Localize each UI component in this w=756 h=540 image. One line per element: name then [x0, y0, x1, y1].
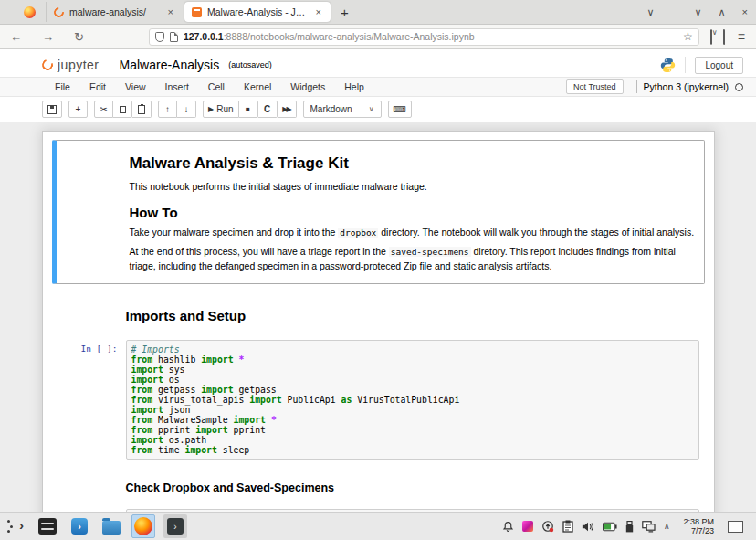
code-token-kw: import	[201, 355, 233, 365]
python-logo-icon	[660, 58, 676, 73]
code-token-txt: json	[163, 405, 191, 415]
notebook-h2-imports: Imports and Setup	[126, 308, 699, 323]
file-manager-launcher[interactable]	[100, 514, 123, 538]
restart-run-all-button[interactable]: ▶▶	[278, 101, 297, 118]
menu-view[interactable]: View	[125, 81, 158, 92]
folder-icon	[102, 521, 121, 535]
run-button[interactable]: ▶Run	[203, 101, 239, 118]
add-cell-button[interactable]: +	[68, 101, 88, 118]
boxes-cube-icon[interactable]	[522, 521, 533, 532]
menu-file[interactable]: File	[55, 81, 82, 92]
display-settings-icon[interactable]	[642, 521, 656, 533]
workspace-switcher[interactable]	[728, 521, 743, 533]
url-text[interactable]: 127.0.0.1:8888/notebooks/malware-analysi…	[184, 31, 677, 42]
tray-expand-icon[interactable]: ∧	[664, 522, 670, 531]
notebook-paragraph: At the end of this process, you will hav…	[130, 245, 699, 272]
tab-malware-analysis-dir[interactable]: malware-analysis/ ×	[46, 2, 183, 22]
menu-kernel[interactable]: Kernel	[244, 81, 283, 92]
paste-cell-button[interactable]	[132, 101, 152, 118]
code-token-kw: import	[131, 365, 163, 375]
notebook-paragraph: This notebook performs the initial stage…	[130, 180, 699, 194]
code-cell-imports[interactable]: In [ ]: # Importsfrom hashlib import *im…	[52, 334, 705, 465]
code-token-kw: import	[131, 375, 163, 385]
notebook-title[interactable]: Malware-Analysis	[120, 58, 220, 72]
url-bar[interactable]: 127.0.0.1:8888/notebooks/malware-analysi…	[149, 28, 699, 46]
software-store-launcher[interactable]: ›	[68, 514, 91, 538]
settings-launcher[interactable]	[36, 514, 59, 538]
move-cell-up-button[interactable]: ↑	[158, 101, 177, 118]
cut-cell-button[interactable]: ✂	[94, 101, 113, 118]
tab-title: Malware-Analysis - Jupyter	[207, 6, 309, 17]
new-tab-button[interactable]: +	[331, 5, 358, 20]
bookmark-star-icon[interactable]: ☆	[683, 30, 693, 43]
url-host: 127.0.0.1	[184, 31, 224, 42]
not-trusted-badge[interactable]: Not Trusted	[566, 79, 624, 94]
system-tray: ∧ 2:38 PM 7/7/23	[502, 517, 756, 535]
menu-widgets[interactable]: Widgets	[290, 81, 337, 92]
window-maximize-icon[interactable]: ∧	[710, 6, 734, 18]
menu-help[interactable]: Help	[344, 81, 376, 92]
clipboard-icon[interactable]	[562, 520, 573, 533]
restart-kernel-button[interactable]: C	[258, 101, 278, 118]
menu-edit[interactable]: Edit	[89, 81, 118, 92]
cell-type-dropdown[interactable]: Markdown ∨	[303, 101, 382, 118]
window-close-icon[interactable]: ×	[734, 6, 756, 17]
reload-icon[interactable]: ↻	[64, 30, 94, 44]
window-minimize-icon[interactable]: ∨	[686, 6, 709, 18]
code-cell-check-dirs[interactable]: In [ ]: MalwareSample.check_dir("dropbox…	[52, 503, 705, 512]
jupyter-logo[interactable]: jupyter	[42, 58, 100, 72]
menu-insert[interactable]: Insert	[165, 81, 201, 92]
code-input-area[interactable]: # Importsfrom hashlib import *import sys…	[126, 340, 699, 460]
notebook-scroll-area[interactable]: Malware Analysis & Triage Kit This noteb…	[0, 122, 756, 512]
code-token-kw: from	[131, 415, 153, 425]
volume-icon[interactable]	[582, 521, 594, 533]
notebook-paragraph: Take your malware specimen and drop it i…	[130, 226, 699, 239]
code-line: from pprint import pprint	[131, 425, 694, 435]
account-icon[interactable]	[719, 30, 729, 44]
applications-menu-button[interactable]: ›	[4, 514, 27, 538]
logout-button[interactable]: Logout	[695, 57, 743, 74]
paragraph-text: Take your malware specimen and drop it i…	[130, 227, 339, 238]
jupyter-page: jupyter Malware-Analysis (autosaved) Log…	[0, 49, 756, 512]
tab-close-icon[interactable]: ×	[166, 6, 175, 17]
tab-title: malware-analysis/	[69, 6, 161, 17]
notebook-h2-howto: How To	[130, 205, 699, 220]
code-token-op: *	[271, 415, 277, 425]
taskbar-clock[interactable]: 2:38 PM 7/7/23	[677, 517, 719, 535]
removable-drive-icon[interactable]	[625, 521, 634, 533]
tab-close-icon[interactable]: ×	[314, 6, 323, 17]
copy-cell-button[interactable]	[113, 101, 132, 118]
notebook-h3-check: Check Dropbox and Saved-Specimens	[126, 482, 699, 494]
notification-bell-icon[interactable]	[502, 521, 514, 533]
code-token-txt: PublicApi	[282, 395, 341, 405]
site-info-page-icon[interactable]	[170, 32, 178, 42]
menu-cell[interactable]: Cell	[208, 81, 236, 92]
pocket-icon[interactable]	[707, 30, 716, 44]
save-button[interactable]	[42, 101, 62, 118]
interrupt-kernel-button[interactable]: ■	[239, 101, 258, 118]
notebook-container: Malware Analysis & Triage Kit This noteb…	[42, 131, 715, 512]
markdown-cell-imports-heading[interactable]: Imports and Setup	[52, 291, 705, 334]
move-cell-down-button[interactable]: ↓	[177, 101, 196, 118]
software-bag-icon: ›	[71, 518, 88, 535]
app-menu-icon[interactable]: ≡	[732, 29, 751, 44]
command-palette-button[interactable]: ⌨	[388, 101, 412, 118]
jupyter-logo-text: jupyter	[58, 58, 100, 72]
terminal-taskbar-button[interactable]: ›	[163, 514, 187, 538]
tracking-protection-shield-icon[interactable]	[155, 32, 164, 42]
code-token-kw: import	[234, 415, 266, 425]
restart-icon: C	[264, 104, 270, 114]
list-all-tabs-icon[interactable]: ∨	[638, 6, 662, 18]
update-manager-icon[interactable]	[541, 520, 554, 533]
markdown-cell-intro[interactable]: Malware Analysis & Triage Kit This noteb…	[52, 140, 705, 284]
cell-prompt	[58, 476, 126, 498]
firefox-taskbar-button[interactable]	[131, 514, 155, 538]
forward-icon[interactable]: →	[32, 30, 64, 44]
code-token-txt: pprint	[152, 425, 195, 435]
tab-malware-analysis-notebook[interactable]: Malware-Analysis - Jupyter ×	[184, 2, 331, 22]
stop-icon: ■	[246, 105, 250, 113]
code-token-txt: hashlib	[152, 355, 201, 365]
battery-icon[interactable]	[603, 522, 617, 532]
markdown-cell-check-heading[interactable]: Check Dropbox and Saved-Specimens	[52, 471, 705, 503]
back-icon[interactable]: ←	[0, 30, 32, 44]
